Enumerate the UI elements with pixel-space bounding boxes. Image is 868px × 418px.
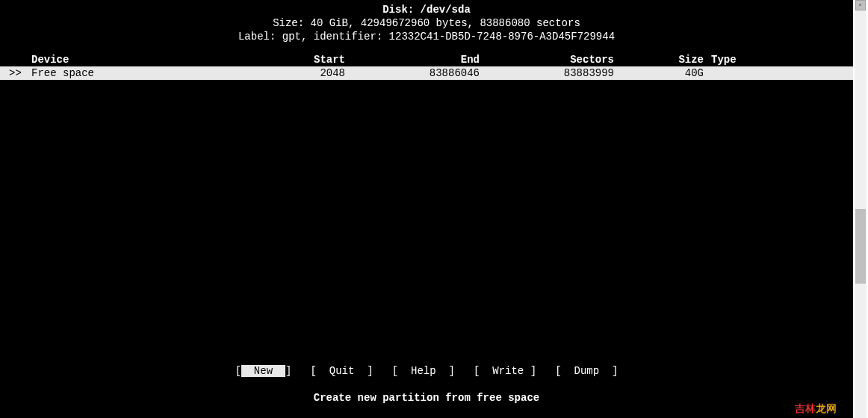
watermark: 吉林龙网: [795, 402, 837, 415]
cell-sectors: 83883999: [480, 66, 614, 80]
cell-size: 40G: [614, 66, 711, 80]
partition-table: DeviceStartEndSectorsSizeType >>Free spa…: [0, 53, 853, 80]
scrollbar-up-button[interactable]: [855, 0, 866, 10]
cell-device: Free space: [31, 66, 226, 80]
col-header-size: Size: [614, 53, 711, 66]
menu-bar: [ New ] [ Quit ] [ Help ] [ Write ] [ Du…: [0, 364, 853, 378]
menu-new[interactable]: [ New ]: [235, 365, 292, 377]
menu-help[interactable]: [ Help ]: [392, 365, 455, 377]
cell-end: 83886046: [345, 66, 480, 80]
menu-write[interactable]: [ Write ]: [474, 365, 536, 377]
disk-label-line: Label: gpt, identifier: 12332C41-DB5D-72…: [0, 30, 853, 43]
col-header-sectors: Sectors: [480, 53, 614, 66]
disk-header: Disk: /dev/sda Size: 40 GiB, 42949672960…: [0, 3, 853, 44]
row-marker: >>: [0, 66, 31, 80]
disk-title: Disk: /dev/sda: [0, 3, 853, 16]
vertical-scrollbar[interactable]: [855, 0, 867, 418]
terminal-window: Disk: /dev/sda Size: 40 GiB, 42949672960…: [0, 0, 853, 418]
col-header-end: End: [345, 53, 480, 66]
menu-quit[interactable]: [ Quit ]: [311, 365, 373, 377]
disk-size-line: Size: 40 GiB, 42949672960 bytes, 8388608…: [0, 16, 853, 30]
col-header-device: Device: [31, 53, 226, 66]
menu-dump[interactable]: [ Dump ]: [555, 365, 618, 377]
cell-start: 2048: [226, 66, 345, 80]
scrollbar-thumb[interactable]: [855, 209, 866, 284]
status-line: Create new partition from free space: [0, 391, 853, 405]
col-header-start: Start: [226, 53, 345, 66]
col-header-type: Type: [711, 53, 737, 66]
table-header-row: DeviceStartEndSectorsSizeType: [0, 53, 853, 66]
table-row[interactable]: >>Free space2048838860468388399940G: [0, 66, 853, 80]
